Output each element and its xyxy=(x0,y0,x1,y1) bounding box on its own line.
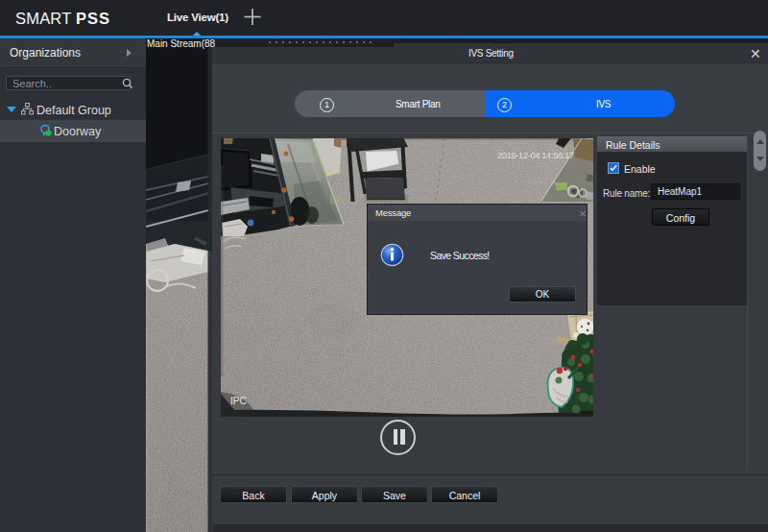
svg-text:2019-12-04 14:56:17: 2019-12-04 14:56:17 xyxy=(497,150,574,160)
svg-text:IPC: IPC xyxy=(230,396,247,406)
